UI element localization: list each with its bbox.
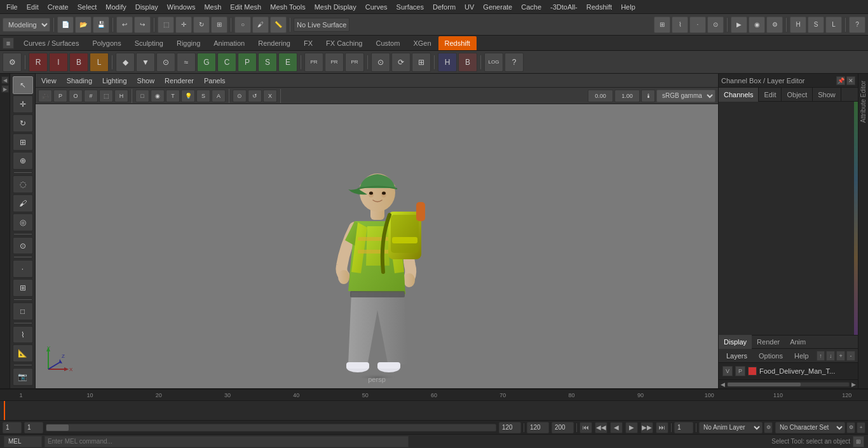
show-manip[interactable]: ⊙ bbox=[13, 237, 33, 255]
small-btn-1[interactable]: ◀ bbox=[1, 76, 9, 84]
rp-close-btn[interactable]: ✕ bbox=[846, 76, 855, 85]
rs-batch-btn[interactable]: B bbox=[69, 53, 88, 72]
vp-hud[interactable]: H bbox=[114, 90, 128, 102]
vp-loop[interactable]: ↺ bbox=[248, 90, 262, 102]
icon-geo3[interactable]: P bbox=[238, 53, 257, 72]
layer-scrollbar[interactable]: ◀ ▶ bbox=[719, 379, 858, 388]
render-settings[interactable]: ⚙ bbox=[766, 17, 783, 33]
show-menu[interactable]: Show bbox=[134, 76, 158, 86]
tab-show[interactable]: Show bbox=[813, 88, 841, 102]
select-tool[interactable]: ⬚ bbox=[158, 17, 174, 33]
vp-wireframe[interactable]: □ bbox=[135, 90, 149, 102]
range-start-input[interactable] bbox=[24, 422, 43, 433]
snap-point[interactable]: · bbox=[689, 17, 706, 33]
tab-animation[interactable]: Animation bbox=[207, 36, 251, 50]
move-btn[interactable]: ✛ bbox=[13, 95, 33, 113]
menu-create[interactable]: Create bbox=[44, 2, 72, 12]
icon-shape1[interactable]: ◆ bbox=[116, 53, 135, 72]
rp-pin-btn[interactable]: 📌 bbox=[836, 76, 845, 85]
crease-tool[interactable]: ⌇ bbox=[13, 326, 33, 344]
range-end-input[interactable] bbox=[499, 422, 521, 433]
mel-btn[interactable]: MEL bbox=[4, 436, 42, 447]
vp-ao[interactable]: A bbox=[212, 90, 226, 102]
icon-shape3[interactable]: ⊙ bbox=[156, 53, 175, 72]
gamma-select[interactable]: sRGB gamma bbox=[656, 90, 715, 102]
sidebar-toggle[interactable]: ≡ bbox=[3, 37, 14, 49]
icon-shape4[interactable]: ≈ bbox=[177, 53, 196, 72]
renderer-menu[interactable]: Renderer bbox=[161, 76, 197, 86]
rotate-tool[interactable]: ↻ bbox=[193, 17, 210, 33]
scale-btn[interactable]: ⊞ bbox=[13, 133, 33, 151]
layer-del-btn[interactable]: - bbox=[846, 351, 855, 361]
paint-btn[interactable]: 🖌 bbox=[252, 17, 269, 33]
shading-menu[interactable]: Shading bbox=[64, 76, 95, 86]
vp-lights[interactable]: 💡 bbox=[181, 90, 195, 102]
icon-rs2[interactable]: ⟳ bbox=[391, 53, 410, 72]
scroll-track[interactable] bbox=[727, 382, 850, 387]
icon-geo5[interactable]: E bbox=[278, 53, 297, 72]
lasso-btn[interactable]: ○ bbox=[234, 17, 251, 33]
anim-layer-select[interactable]: No Anim Layer bbox=[699, 422, 763, 433]
tab-anim-layer[interactable]: Anim bbox=[785, 335, 811, 349]
icon-help[interactable]: ? bbox=[505, 53, 524, 72]
measure-tool[interactable]: 📐 bbox=[13, 344, 33, 362]
layer-color-swatch[interactable] bbox=[748, 367, 757, 376]
vp-tex[interactable]: T bbox=[166, 90, 180, 102]
menu-surfaces[interactable]: Surfaces bbox=[393, 2, 428, 12]
icon-pr2[interactable]: PR bbox=[325, 53, 344, 72]
scroll-thumb[interactable] bbox=[728, 383, 801, 386]
icon-rs5[interactable]: B bbox=[458, 53, 477, 72]
snap-curve[interactable]: ⌇ bbox=[672, 17, 688, 33]
menu-edit[interactable]: Edit bbox=[23, 2, 43, 12]
save-btn[interactable]: 💾 bbox=[93, 17, 109, 33]
lighting-menu[interactable]: Lighting bbox=[99, 76, 130, 86]
vp-persp[interactable]: P bbox=[53, 90, 67, 102]
snap-to-grid[interactable]: ⊞ bbox=[13, 279, 33, 297]
new-btn[interactable]: 📄 bbox=[57, 17, 74, 33]
tab-custom[interactable]: Custom bbox=[370, 36, 407, 50]
status-end-btn[interactable]: ⊞ bbox=[853, 436, 864, 447]
vp-smooth-shade[interactable]: ◉ bbox=[151, 90, 165, 102]
menu-mesh-tools[interactable]: Mesh Tools bbox=[266, 2, 309, 12]
menu-redshift[interactable]: Redshift bbox=[583, 2, 616, 12]
icon-shape2[interactable]: ▼ bbox=[136, 53, 155, 72]
menu-3dtall[interactable]: -3DtoAll- bbox=[546, 2, 581, 12]
small-btn-2[interactable]: ▶ bbox=[1, 85, 9, 93]
ipr-btn[interactable]: ◉ bbox=[749, 17, 765, 33]
tab-channels[interactable]: Channels bbox=[719, 88, 759, 102]
render-btn[interactable]: ▶ bbox=[731, 17, 747, 33]
menu-deform[interactable]: Deform bbox=[429, 2, 459, 12]
tab-redshift[interactable]: Redshift bbox=[438, 36, 477, 50]
command-input[interactable] bbox=[44, 436, 409, 447]
vp-grid[interactable]: # bbox=[84, 90, 98, 102]
icon-log[interactable]: LOG bbox=[484, 53, 503, 72]
snap-to-pts[interactable]: · bbox=[13, 260, 33, 278]
open-btn[interactable]: 📂 bbox=[75, 17, 92, 33]
gamma-toggle[interactable]: 🌡 bbox=[641, 90, 655, 102]
playback-end[interactable] bbox=[552, 422, 574, 433]
paint-tool[interactable]: 🖌 bbox=[13, 194, 33, 212]
menu-file[interactable]: File bbox=[3, 2, 22, 12]
tab-fx[interactable]: FX bbox=[297, 36, 319, 50]
playback-start[interactable] bbox=[527, 422, 549, 433]
layer-sort-asc[interactable]: ↑ bbox=[817, 351, 825, 361]
menu-cache[interactable]: Cache bbox=[517, 2, 545, 12]
tab-curves-surfaces[interactable]: Curves / Surfaces bbox=[17, 36, 85, 50]
pb-step-back[interactable]: ◀◀ bbox=[595, 422, 607, 433]
icon-pr3[interactable]: PR bbox=[345, 53, 364, 72]
snap-grid[interactable]: ⊞ bbox=[654, 17, 670, 33]
layer-v-toggle[interactable]: V bbox=[722, 366, 733, 376]
hypershade-btn[interactable]: S bbox=[808, 17, 824, 33]
tab-display-layer[interactable]: Display bbox=[719, 335, 752, 349]
soft-select[interactable]: ◌ bbox=[13, 175, 33, 193]
help-btn[interactable]: ? bbox=[849, 17, 865, 33]
vp-shadows[interactable]: S bbox=[196, 90, 210, 102]
scroll-left-btn[interactable]: ◀ bbox=[719, 381, 727, 388]
char-set-btn1[interactable]: ⚙ bbox=[846, 422, 855, 433]
char-set-btn2[interactable]: + bbox=[857, 422, 865, 433]
layer-p-toggle[interactable]: P bbox=[735, 366, 745, 376]
vp-camera[interactable]: 🎥 bbox=[38, 90, 52, 102]
current-frame-input[interactable] bbox=[3, 422, 22, 433]
redo-btn[interactable]: ↪ bbox=[134, 17, 151, 33]
tab-fx-caching[interactable]: FX Caching bbox=[320, 36, 369, 50]
